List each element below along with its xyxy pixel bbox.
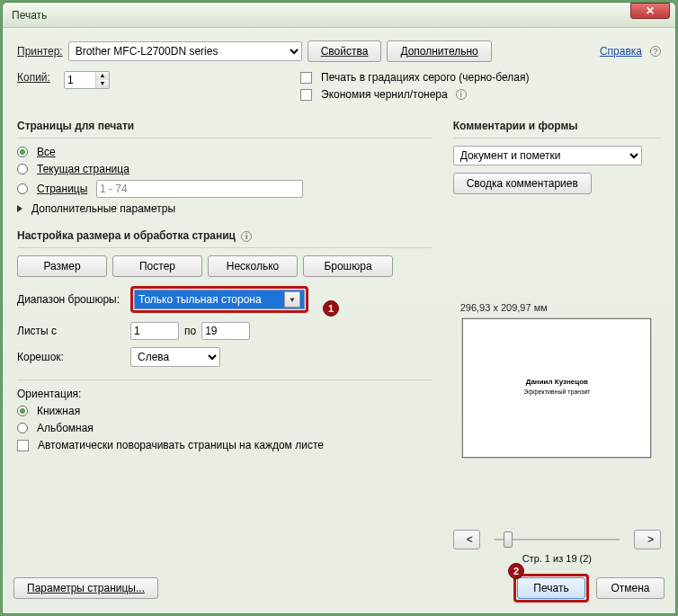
comments-title: Комментарии и формы: [453, 120, 661, 132]
radio-portrait[interactable]: [17, 406, 28, 416]
comments-summary-button[interactable]: Сводка комментариев: [453, 173, 592, 194]
printer-label: Принтер:: [17, 45, 63, 58]
window-title: Печать: [12, 9, 630, 22]
preview-text-2: Эффективный транзит: [523, 388, 590, 395]
page-indicator: Стр. 1 из 19 (2): [453, 553, 661, 564]
next-page-button[interactable]: >: [634, 530, 661, 549]
more-params-label[interactable]: Дополнительные параметры: [31, 202, 175, 215]
page-setup-button[interactable]: Параметры страницы...: [13, 577, 158, 599]
help-icon: ?: [650, 46, 661, 57]
annotation-badge-1: 1: [323, 300, 339, 317]
print-button[interactable]: Печать: [517, 577, 585, 599]
preview-page: Даниил Кузнецов Эффективный транзит: [462, 318, 651, 458]
annotation-badge-2: 2: [508, 563, 524, 579]
copies-label: Копий:: [17, 71, 58, 84]
annotation-frame-2: Печать: [513, 574, 589, 603]
printer-select[interactable]: Brother MFC-L2700DN series: [68, 41, 302, 61]
comments-select[interactable]: Документ и пометки: [453, 146, 642, 165]
info-icon: i: [241, 231, 252, 242]
tab-multi[interactable]: Несколько: [208, 255, 298, 277]
radio-range[interactable]: [17, 183, 28, 194]
ink-save-label: Экономия чернил/тонера: [321, 88, 448, 101]
sizing-title: Настройка размера и обработка страниц: [17, 229, 236, 242]
sheets-from-label: Листы с: [17, 325, 125, 337]
spin-up-icon[interactable]: ▲: [96, 72, 109, 80]
prev-page-button[interactable]: <: [453, 530, 480, 549]
slider-thumb[interactable]: [504, 531, 513, 548]
copies-spinner[interactable]: ▲▼: [64, 71, 110, 89]
close-button[interactable]: ✕: [630, 3, 670, 19]
auto-rotate-checkbox[interactable]: [17, 440, 29, 451]
grayscale-label: Печать в градациях серого (черно-белая): [321, 71, 529, 84]
radio-range-label: Страницы: [37, 183, 91, 195]
grayscale-checkbox[interactable]: [300, 72, 312, 84]
ink-save-checkbox[interactable]: [300, 89, 312, 101]
properties-button[interactable]: Свойства: [308, 40, 382, 62]
sheets-from-input[interactable]: [130, 322, 179, 340]
copies-input[interactable]: [65, 72, 95, 88]
radio-current-label: Текущая страница: [37, 163, 129, 175]
preview-text-1: Даниил Кузнецов: [526, 378, 588, 386]
radio-landscape-label: Альбомная: [37, 422, 94, 434]
booklet-range-select[interactable]: Только тыльная сторона ▼: [134, 290, 305, 309]
spine-label: Корешок:: [17, 351, 125, 363]
radio-current[interactable]: [17, 164, 28, 174]
tab-size[interactable]: Размер: [17, 255, 107, 277]
radio-landscape[interactable]: [17, 423, 28, 433]
spine-select[interactable]: Слева: [130, 347, 220, 367]
annotation-frame-1: Только тыльная сторона ▼: [130, 286, 308, 313]
tab-booklet[interactable]: Брошюра: [303, 255, 393, 277]
sheets-to-label: по: [184, 325, 196, 337]
preview-slider[interactable]: [486, 530, 629, 549]
radio-all-label: Все: [37, 146, 56, 158]
spin-down-icon[interactable]: ▼: [96, 80, 109, 88]
booklet-range-label: Диапазон брошюры:: [17, 293, 125, 306]
expand-icon[interactable]: [17, 205, 22, 212]
sheets-to-input[interactable]: [201, 322, 250, 340]
info-icon: i: [456, 89, 467, 100]
preview-dimensions: 296,93 x 209,97 мм: [460, 302, 661, 313]
pages-section-title: Страницы для печати: [17, 120, 432, 132]
page-range-input[interactable]: [96, 180, 303, 198]
cancel-button[interactable]: Отмена: [596, 577, 665, 599]
radio-all[interactable]: [17, 147, 28, 157]
tab-poster[interactable]: Постер: [112, 255, 202, 277]
orientation-title: Ориентация:: [17, 388, 432, 400]
help-link[interactable]: Справка: [600, 45, 642, 58]
radio-portrait-label: Книжная: [37, 405, 80, 417]
chevron-down-icon[interactable]: ▼: [284, 291, 300, 308]
auto-rotate-label: Автоматически поворачивать страницы на к…: [38, 439, 324, 451]
advanced-button[interactable]: Дополнительно: [387, 40, 491, 62]
